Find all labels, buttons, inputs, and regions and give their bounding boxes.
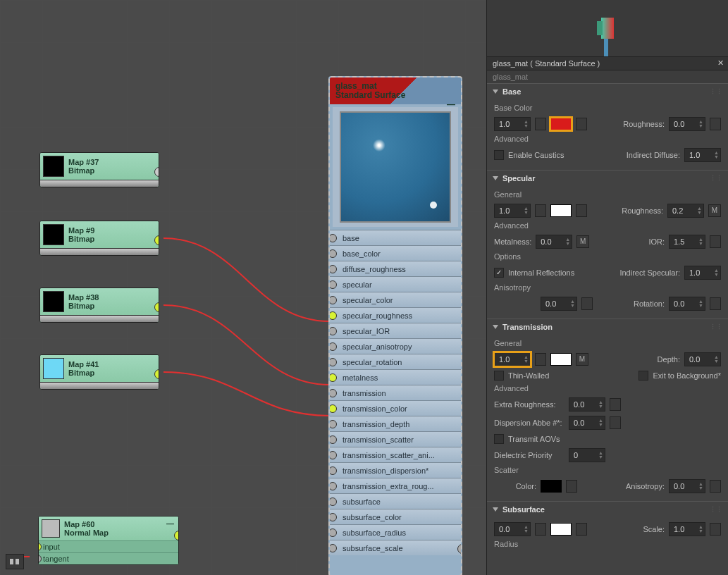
surface-slot-specular_rotation[interactable]: specular_rotation	[330, 354, 461, 369]
node-output-port[interactable]	[154, 302, 159, 312]
surface-slot-specular_roughness[interactable]: specular_roughness	[330, 307, 461, 323]
node-output-port[interactable]	[174, 531, 179, 540]
dielectric-spinner[interactable]: 0▲▼	[569, 448, 605, 462]
surface-slot-subsurface[interactable]: subsurface	[330, 493, 461, 509]
slot-input-pin[interactable]	[328, 249, 337, 258]
map-slot-button[interactable]	[535, 118, 546, 130]
map-button[interactable]: M	[708, 204, 721, 217]
surface-slot-transmission_scatter[interactable]: transmission_scatter	[330, 431, 461, 447]
base-roughness-spinner[interactable]: 0.0▲▼	[669, 117, 705, 131]
subsurface-scale-spinner[interactable]: 1.0▲▼	[669, 522, 705, 536]
exit-background-checkbox[interactable]	[638, 371, 648, 381]
map-button[interactable]: M	[576, 353, 588, 366]
extra-roughness-spinner[interactable]: 0.0▲▼	[569, 397, 605, 412]
section-header-base[interactable]: Base ⋮⋮	[487, 84, 728, 99]
node-map-37[interactable]: Map #37 Bitmap	[39, 152, 159, 187]
minimize-icon[interactable]: —	[447, 100, 455, 109]
map-slot-button[interactable]	[610, 398, 621, 411]
surface-slot-transmission[interactable]: transmission	[330, 385, 461, 400]
surface-slot-base[interactable]: base	[330, 230, 461, 245]
base-weight-spinner[interactable]: 1.0▲▼	[494, 117, 531, 131]
node-output-port[interactable]	[154, 167, 159, 177]
node-map-60[interactable]: Map #60 Normal Map — input tangent	[38, 516, 179, 565]
slot-input-pin[interactable]	[328, 342, 337, 351]
node-map-38[interactable]: Map #38 Bitmap	[39, 288, 159, 323]
slot-input-pin[interactable]	[328, 358, 337, 366]
specular-roughness-spinner[interactable]: 0.2▲▼	[667, 204, 704, 218]
section-header-subsurface[interactable]: Subsurface ⋮⋮	[487, 502, 728, 517]
map-slot-button[interactable]	[576, 118, 587, 130]
depth-spinner[interactable]: 0.0▲▼	[684, 352, 721, 366]
surface-slot-transmission_scatter_ani[interactable]: transmission_scatter_ani...	[330, 447, 461, 462]
node-input-pin[interactable]	[38, 543, 42, 551]
surface-slot-subsurface_scale[interactable]: subsurface_scale	[330, 540, 461, 555]
section-header-transmission[interactable]: Transmission ⋮⋮	[487, 319, 728, 335]
slot-input-pin[interactable]	[328, 311, 337, 320]
node-graph[interactable]: Map #37 Bitmap Map #9 Bitmap Map #38 Bit…	[0, 0, 486, 575]
map-slot-button[interactable]	[610, 416, 621, 429]
slot-input-pin[interactable]	[328, 373, 337, 382]
map-slot-button[interactable]	[576, 523, 587, 536]
scatter-aniso-spinner[interactable]: 0.0▲▼	[669, 479, 705, 493]
surface-slot-subsurface_color[interactable]: subsurface_color	[330, 509, 461, 524]
surface-slot-metalness[interactable]: metalness	[330, 369, 461, 385]
node-input-row[interactable]: input	[39, 540, 178, 552]
rotation-spinner[interactable]: 0.0▲▼	[669, 297, 705, 311]
surface-slot-diffuse_roughness[interactable]: diffuse_roughness	[330, 261, 461, 276]
slot-input-pin[interactable]	[328, 482, 337, 490]
node-standard-surface[interactable]: glass_mat Standard Surface — basebase_co…	[328, 76, 462, 575]
map-slot-button[interactable]	[710, 118, 721, 130]
slot-input-pin[interactable]	[328, 497, 337, 506]
slot-input-pin[interactable]	[328, 265, 337, 273]
node-output-port[interactable]	[154, 235, 159, 245]
map-slot-button[interactable]	[576, 204, 587, 217]
thin-walled-checkbox[interactable]	[494, 371, 504, 381]
node-output-port[interactable]	[154, 369, 159, 379]
node-output-port[interactable]	[457, 544, 462, 554]
node-map-41[interactable]: Map #41 Bitmap	[39, 354, 159, 390]
slot-input-pin[interactable]	[328, 234, 337, 242]
surface-slot-specular_IOR[interactable]: specular_IOR	[330, 323, 461, 338]
indirect-specular-spinner[interactable]: 1.0▲▼	[684, 266, 721, 280]
specular-weight-spinner[interactable]: 1.0▲▼	[494, 204, 531, 218]
internal-reflections-checkbox[interactable]	[494, 268, 504, 278]
scatter-color-swatch[interactable]	[541, 480, 562, 493]
surface-slot-transmission_dispersion[interactable]: transmission_dispersion*	[330, 462, 461, 478]
tool-icon[interactable]	[6, 554, 24, 569]
transmit-aovs-checkbox[interactable]	[494, 434, 504, 444]
surface-slot-subsurface_radius[interactable]: subsurface_radius	[330, 524, 461, 540]
enable-caustics-checkbox[interactable]	[494, 150, 504, 160]
section-header-specular[interactable]: Specular ⋮⋮	[487, 171, 728, 186]
metalness-spinner[interactable]: 0.0▲▼	[536, 235, 572, 249]
surface-slot-transmission_depth[interactable]: transmission_depth	[330, 416, 461, 431]
subsurface-weight-spinner[interactable]: 0.0▲▼	[494, 522, 531, 536]
surface-slot-specular_anisotropy[interactable]: specular_anisotropy	[330, 338, 461, 354]
subsurface-color-swatch[interactable]	[550, 523, 572, 536]
slot-input-pin[interactable]	[328, 528, 337, 537]
slot-input-pin[interactable]	[328, 435, 337, 444]
viewport-thumbnail[interactable]	[487, 0, 728, 56]
ior-spinner[interactable]: 1.5▲▼	[669, 235, 705, 249]
map-slot-button[interactable]	[710, 480, 721, 493]
map-slot-button[interactable]	[535, 204, 546, 217]
close-icon[interactable]: ✕	[717, 58, 724, 68]
map-slot-button[interactable]	[710, 297, 721, 310]
slot-input-pin[interactable]	[328, 296, 337, 304]
specular-color-swatch[interactable]	[550, 204, 572, 217]
slot-input-pin[interactable]	[328, 451, 337, 459]
map-slot-button[interactable]	[566, 480, 577, 493]
slot-input-pin[interactable]	[328, 280, 337, 289]
map-button[interactable]: M	[576, 235, 589, 248]
surface-slot-transmission_extra_roug[interactable]: transmission_extra_roug...	[330, 478, 461, 493]
slot-input-pin[interactable]	[328, 513, 337, 521]
anisotropy-spinner[interactable]: 0.0▲▼	[541, 297, 577, 311]
surface-slot-specular_color[interactable]: specular_color	[330, 292, 461, 307]
node-input-pin[interactable]	[38, 555, 42, 563]
transmission-color-swatch[interactable]	[550, 353, 572, 366]
map-slot-button[interactable]	[710, 523, 721, 536]
slot-input-pin[interactable]	[328, 327, 337, 335]
node-input-row[interactable]: tangent	[39, 552, 178, 564]
slot-input-pin[interactable]	[328, 404, 337, 413]
slot-input-pin[interactable]	[328, 466, 337, 475]
surface-slot-base_color[interactable]: base_color	[330, 245, 461, 261]
